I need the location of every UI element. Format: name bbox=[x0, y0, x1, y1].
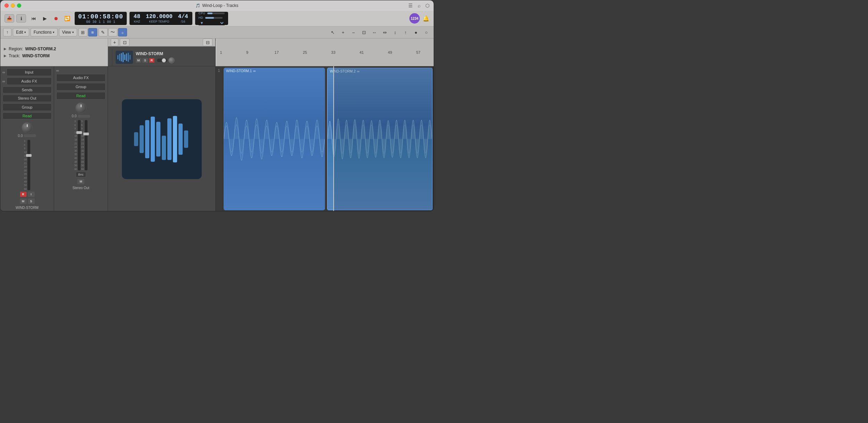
monitor-btn[interactable]: ⊡ bbox=[120, 39, 130, 46]
functions-menu-btn[interactable]: Functions ▾ bbox=[31, 28, 58, 36]
timeline-mark-25: 25 bbox=[303, 50, 307, 54]
zoom-icon[interactable]: ⊡ bbox=[359, 28, 368, 36]
svg-rect-10 bbox=[145, 120, 149, 158]
link-icon-left: ∞ bbox=[2, 70, 5, 74]
sends-btn[interactable]: Sends bbox=[2, 86, 52, 93]
middle-row: ▶ Region: WIND-STORM.2 ▶ Track: WIND-STO… bbox=[0, 39, 434, 66]
info-icon[interactable]: ℹ bbox=[16, 14, 26, 23]
fader-trim-right[interactable] bbox=[78, 115, 90, 118]
arrow-up-icon[interactable]: ↑ bbox=[401, 28, 410, 36]
track-name-text: WIND-STORM bbox=[22, 53, 50, 58]
track-gain-knob[interactable] bbox=[168, 57, 175, 64]
fader-track-right2[interactable] bbox=[85, 120, 87, 170]
loop-button[interactable]: 🔁 bbox=[62, 14, 72, 23]
settings-btn[interactable]: ⊟ bbox=[203, 39, 212, 46]
track-expand-icon[interactable]: ▶ bbox=[4, 54, 7, 58]
fader-track-left[interactable] bbox=[27, 140, 30, 190]
resize-handle[interactable] bbox=[111, 49, 113, 66]
audio-fx-btn[interactable]: Audio FX bbox=[7, 77, 52, 85]
view-menu-btn[interactable]: View ▾ bbox=[59, 28, 77, 36]
dot2-icon: ○ bbox=[422, 28, 431, 36]
track-mute-btn[interactable]: M bbox=[136, 58, 141, 63]
maximize-button[interactable] bbox=[17, 3, 21, 8]
fit-icon[interactable]: ⇔ bbox=[380, 28, 389, 36]
fader-handle-right2[interactable] bbox=[83, 133, 89, 135]
pencil-tool-btn[interactable]: ✎ bbox=[99, 28, 108, 36]
m-btn-left[interactable]: M bbox=[20, 198, 27, 204]
view-mode-group: ⊞ ≡ bbox=[78, 28, 97, 36]
region1-loop-icon: ∞ bbox=[253, 69, 256, 73]
signature-sub: /16 bbox=[181, 20, 185, 23]
share-icon[interactable]: ⬡ bbox=[425, 3, 429, 8]
timeline-mark-17: 17 bbox=[275, 50, 279, 54]
flex-tool-btn[interactable]: ⬦ bbox=[118, 28, 127, 36]
align-icon[interactable]: ↔ bbox=[370, 28, 379, 36]
traffic-lights bbox=[5, 3, 21, 8]
fader-track-right[interactable] bbox=[78, 120, 81, 170]
right-tools: ↖ + – ⊡ ↔ ⇔ ↕ ↑ ● ○ bbox=[328, 28, 431, 36]
tool-group: ✎ 〜 ⬦ bbox=[99, 28, 127, 36]
track-volume-slider[interactable] bbox=[157, 59, 167, 62]
close-button[interactable] bbox=[5, 3, 9, 8]
record-button[interactable]: ⏺ bbox=[51, 14, 61, 23]
track-number-col: 1 bbox=[216, 66, 223, 211]
r-btn-left[interactable]: R bbox=[20, 192, 27, 197]
timeline-marks: 1 9 17 25 33 41 49 57 bbox=[216, 39, 434, 66]
track-record-btn[interactable]: R bbox=[149, 58, 155, 63]
arrow-down-icon[interactable]: ↕ bbox=[391, 28, 400, 36]
notification-icon[interactable]: 🔔 bbox=[423, 15, 429, 22]
track-solo-btn[interactable]: S bbox=[142, 58, 148, 63]
inbox-icon[interactable]: 📥 bbox=[5, 14, 14, 23]
region2-loop-icon: ∞ bbox=[357, 69, 359, 73]
list-view-btn[interactable]: ≡ bbox=[88, 28, 97, 36]
bpm-label: KHZ bbox=[134, 20, 140, 23]
group-row: Group bbox=[2, 103, 52, 111]
back-arrow-btn[interactable]: ↑ bbox=[3, 28, 11, 36]
pan-knob-left[interactable] bbox=[22, 122, 33, 133]
m-btn-right[interactable]: M bbox=[77, 179, 84, 184]
signature-group: 4/4 /16 bbox=[178, 14, 188, 23]
rewind-button[interactable]: ⏮ bbox=[29, 14, 39, 23]
main-content: ▶ Region: WIND-STORM.2 ▶ Track: WIND-STO… bbox=[0, 39, 434, 211]
audio-fx-btn-right[interactable]: Audio FX bbox=[56, 74, 106, 82]
edit-menu-btn[interactable]: Edit ▾ bbox=[13, 28, 29, 36]
search-icon[interactable]: ⌕ bbox=[418, 3, 420, 8]
read-btn-left[interactable]: Read bbox=[2, 112, 52, 119]
region-expand-icon[interactable]: ▶ bbox=[4, 47, 7, 51]
bnc-btn[interactable]: Bnc bbox=[76, 172, 86, 177]
add-track-btn[interactable]: + bbox=[111, 39, 118, 46]
regions-canvas: WIND-STORM.1 ∞ bbox=[223, 66, 434, 211]
audio-region-1[interactable]: WIND-STORM.1 ∞ bbox=[224, 68, 325, 210]
stereo-out-btn[interactable]: Stereo Out bbox=[2, 95, 52, 102]
wave-tool-btn[interactable]: 〜 bbox=[108, 28, 117, 36]
time-sub: 00 30 1 1 00 1 bbox=[86, 20, 115, 24]
hd-bar bbox=[205, 17, 223, 19]
group-btn-right[interactable]: Group bbox=[56, 83, 106, 91]
svg-rect-5 bbox=[126, 53, 127, 61]
fader-handle-left[interactable] bbox=[26, 154, 32, 157]
play-button[interactable]: ▶ bbox=[40, 14, 50, 23]
track-label-text: Track: bbox=[9, 53, 20, 58]
fader-handle-right[interactable] bbox=[76, 131, 82, 134]
grid-view-btn[interactable]: ⊞ bbox=[78, 28, 87, 36]
cursor-tool-btn[interactable]: ↖ bbox=[328, 28, 337, 36]
title-bar: 🎵 Wind-Loop - Tracks ☰ ⌕ ⬡ bbox=[0, 0, 434, 11]
cpu-dropdown[interactable]: ▼ bbox=[199, 20, 225, 25]
fader-trim-left[interactable] bbox=[24, 134, 36, 137]
pan-knob-right[interactable] bbox=[75, 102, 86, 113]
user-avatar[interactable]: 1234 bbox=[409, 13, 420, 24]
plus-tool-btn[interactable]: + bbox=[339, 28, 348, 36]
minus-tool-btn[interactable]: – bbox=[349, 28, 358, 36]
s-btn-left[interactable]: S bbox=[28, 198, 35, 204]
bpm-group: 48 KHZ bbox=[134, 14, 140, 23]
svg-rect-2 bbox=[121, 53, 122, 61]
minimize-button[interactable] bbox=[11, 3, 15, 8]
group-btn-left[interactable]: Group bbox=[2, 103, 52, 111]
fader-right-container: 3691215182124303540455060 36912151821243… bbox=[74, 120, 87, 170]
i-btn-left[interactable]: I bbox=[28, 192, 35, 197]
list-icon[interactable]: ☰ bbox=[408, 3, 413, 8]
input-btn[interactable]: Input bbox=[7, 68, 52, 76]
read-btn-right[interactable]: Read bbox=[56, 92, 106, 100]
audio-region-2[interactable]: WIND-STORM.2 ∞ bbox=[327, 68, 433, 210]
instrument-track-row: WIND-STORM M S R bbox=[108, 46, 215, 68]
